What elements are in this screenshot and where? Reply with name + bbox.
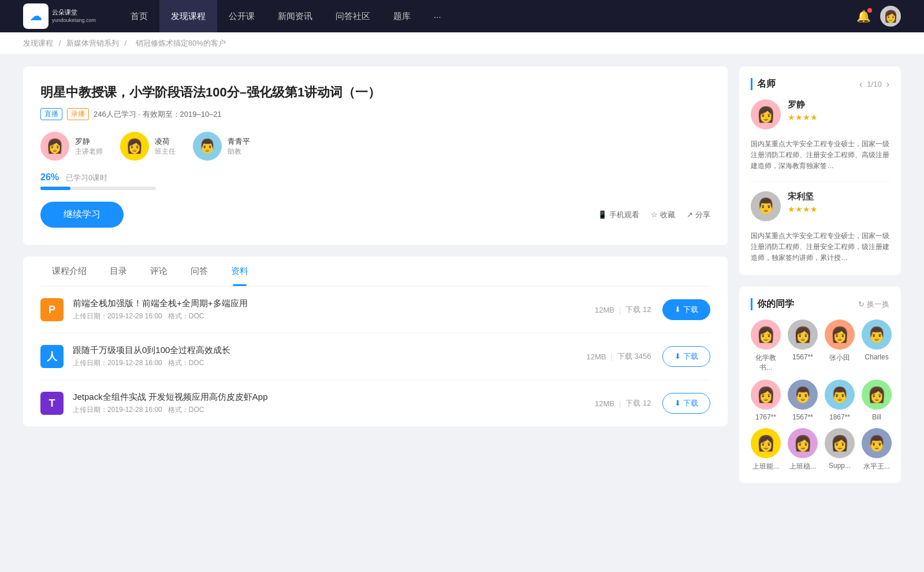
resource-meta-2: 上传日期：2019-12-28 16:00 格式：DOC [73,405,595,415]
tab-catalog[interactable]: 目录 [98,257,139,286]
resource-meta-0: 上传日期：2019-12-28 16:00 格式：DOC [73,311,595,321]
nav-item-3[interactable]: 新闻资讯 [266,0,324,32]
tab-materials[interactable]: 资料 [219,257,260,286]
refresh-label: 换一换 [867,299,889,310]
share-button[interactable]: ↗ 分享 [687,210,710,220]
breadcrumb-link[interactable]: 发现课程 [23,39,53,47]
resource-size-0: 12MB [595,306,614,314]
tab-comments[interactable]: 评论 [139,257,179,286]
notification-bell[interactable]: 🔔 [856,9,871,23]
favorite-button[interactable]: ☆ 收藏 [651,210,675,220]
refresh-icon: ↻ [858,300,865,309]
classmate-8[interactable]: 👩 上班能... [751,428,781,471]
classmate-avatar-7: 👩 [862,380,892,410]
classmate-name-4: 1767** [755,413,776,421]
teacher-card-avatar-1: 👩 [751,99,781,129]
teacher-stars-2: ★★★★ [788,205,889,214]
progress-section: 26% 已学习0课时 [40,172,710,190]
course-stats: 246人已学习 · 有效期至：2019–10–21 [94,109,222,120]
notification-dot [867,8,872,13]
teacher-name-1: 罗静 [75,136,103,147]
resource-item-1: 人 跟随千万级项目从0到100全过程高效成长 上传日期：2019-12-28 1… [40,333,710,380]
favorite-label: 收藏 [660,210,675,220]
teachers-panel-nav: ‹ 1/10 › [859,79,889,90]
sidebar: 名师 ‹ 1/10 › 👩 罗静 ★★★★ 国内某重点大学安全工程专业硕士，国家… [739,66,901,495]
badge-record: 录播 [67,108,89,120]
classmate-0[interactable]: 👩 化学教书... [751,320,781,373]
classmate-name-2: 张小田 [829,353,850,363]
watch-mobile-label: 手机观看 [609,210,639,220]
navbar: ☁ 云朵课堂yundouketang.com 首页发现课程公开课新闻资讯问答社区… [0,0,924,32]
teacher-details-3: 青青平 助教 [228,136,250,157]
teacher-card-2: 👨 宋利坚 ★★★★ [751,191,889,221]
resource-name-1: 跟随千万级项目从0到100全过程高效成长 [73,345,586,356]
tab-intro[interactable]: 课程介绍 [40,257,98,286]
classmates-panel-title: 你的同学 [751,298,794,310]
nav-item-0[interactable]: 首页 [119,0,159,32]
teachers-prev-button[interactable]: ‹ [859,79,862,90]
progress-percent: 26% [40,172,59,182]
download-button-1[interactable]: ⬇ 下载 [662,346,710,367]
classmate-avatar-6: 👨 [825,380,855,410]
classmate-name-11: 水平王... [863,462,890,471]
main-layout: 明星中教授课，小学阶段语法100分–强化级第1讲动词（一） 直播 录播 246人… [0,55,924,506]
refresh-classmates-button[interactable]: ↻ 换一换 [858,299,889,310]
logo[interactable]: ☁ 云朵课堂yundouketang.com [23,3,96,29]
tabs: 课程介绍 目录 评论 问答 资料 [40,257,710,287]
classmate-avatar-2: 👩 [825,320,855,350]
classmate-4[interactable]: 👩 1767** [751,380,781,421]
classmates-panel: 你的同学 ↻ 换一换 👩 化学教书... 👩 1567** 👩 张小田 👨 Ch… [739,287,901,483]
download-button-2[interactable]: ⬇ 下载 [662,393,710,414]
teacher-desc-2: 国内某重点大学安全工程专业硕士，国家一级注册消防工程师、注册安全工程师，级注册建… [751,231,889,264]
watch-mobile-button[interactable]: 📱 手机观看 [598,210,639,220]
star-icon: ☆ [651,210,658,219]
resource-meta-1: 上传日期：2019-12-28 16:00 格式：DOC [73,358,586,368]
teacher-avatar-3: 👨 [193,132,222,161]
classmate-name-3: Charles [865,353,888,361]
resource-details-2: Jetpack全组件实战 开发短视频应用高仿皮皮虾App 上传日期：2019-1… [73,392,595,415]
user-avatar-nav[interactable]: 👩 [880,6,901,27]
teachers-next-button[interactable]: › [886,79,889,90]
classmate-avatar-0: 👩 [751,320,781,350]
classmate-2[interactable]: 👩 张小田 [825,320,855,373]
classmate-name-1: 1567** [792,353,813,361]
teacher-avatar-2: 👩 [120,132,149,161]
continue-button[interactable]: 继续学习 [40,202,124,228]
classmate-1[interactable]: 👩 1567** [788,320,818,373]
nav-item-6[interactable]: ··· [422,0,453,32]
classmates-panel-header: 你的同学 ↻ 换一换 [751,298,889,310]
breadcrumb-link[interactable]: 新媒体营销系列 [66,39,119,47]
breadcrumb-sep: / [59,39,63,47]
nav-item-2[interactable]: 公开课 [217,0,266,32]
tabs-section: 课程介绍 目录 评论 问答 资料 P 前端全栈加强版！前端全栈+全周期+多端应用… [23,257,728,426]
breadcrumb-sep: / [124,39,128,47]
progress-sub: 已学习0课时 [66,173,107,182]
share-label: 分享 [695,210,710,220]
download-button-0[interactable]: ⬇ 下载 [662,299,710,320]
teachers-panel: 名师 ‹ 1/10 › 👩 罗静 ★★★★ 国内某重点大学安全工程专业硕士，国家… [739,66,901,275]
classmate-9[interactable]: 👩 上班稳... [788,428,818,471]
tab-qa[interactable]: 问答 [179,257,219,286]
logo-box: ☁ [23,3,49,29]
nav-item-4[interactable]: 问答社区 [324,0,382,32]
classmate-3[interactable]: 👨 Charles [862,320,892,373]
resource-downloads-0: 下载 12 [625,304,651,315]
classmate-11[interactable]: 👨 水平王... [862,428,892,471]
classmate-avatar-10: 👩 [825,428,855,458]
course-title: 明星中教授课，小学阶段语法100分–强化级第1讲动词（一） [40,84,710,101]
resource-item-2: T Jetpack全组件实战 开发短视频应用高仿皮皮虾App 上传日期：2019… [40,380,710,426]
teacher-name-3: 青青平 [228,136,250,147]
progress-bar-fill [40,187,70,190]
resource-downloads-1: 下载 3456 [617,351,651,362]
resource-icon-0: P [40,298,64,321]
nav-item-5[interactable]: 题库 [382,0,422,32]
classmate-10[interactable]: 👩 Supp... [825,428,855,471]
classmate-6[interactable]: 👨 1867** [825,380,855,421]
nav-item-1[interactable]: 发现课程 [159,0,217,32]
classmate-7[interactable]: 👩 Bill [862,380,892,421]
classmate-5[interactable]: 👨 1567** [788,380,818,421]
breadcrumb-current: 销冠修炼术搞定80%的客户 [136,39,226,47]
resource-icon-1: 人 [40,345,64,368]
classmate-name-9: 上班稳... [789,462,816,471]
classmate-avatar-8: 👩 [751,428,781,458]
